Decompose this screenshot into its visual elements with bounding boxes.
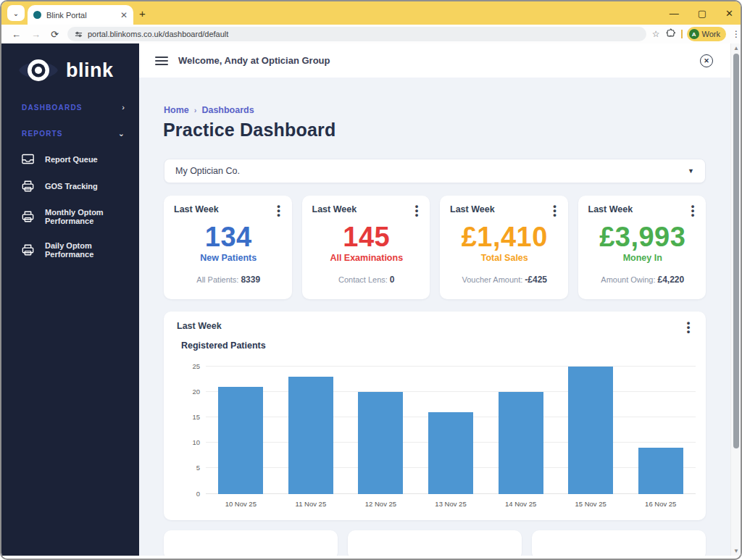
registered-patients-chart-card: Last Week ••• Registered Patients 051015… — [164, 312, 706, 520]
chart-bar[interactable] — [288, 377, 333, 494]
tab-favicon — [33, 11, 41, 19]
printer-icon — [22, 244, 34, 256]
page-scrollbar[interactable]: ▲ ▼ — [730, 43, 741, 556]
sidebar-section-dashboards[interactable]: DASHBOARDS › — [1, 103, 139, 112]
sidebar-item-label: Daily Optom Performance — [45, 241, 139, 259]
breadcrumb-home-link[interactable]: Home — [164, 105, 189, 115]
scroll-up-icon[interactable]: ▲ — [731, 45, 741, 51]
chart-x-tick: 15 Nov 25 — [556, 500, 626, 508]
kebab-menu-icon[interactable]: ••• — [684, 321, 693, 334]
practice-select-value: My Optician Co. — [175, 166, 688, 176]
chart-y-tick: 20 — [192, 387, 200, 395]
sidebar-item-daily-optom-performance[interactable]: Daily Optom Performance — [1, 235, 139, 265]
kebab-menu-icon[interactable]: ••• — [412, 204, 421, 217]
window-close-button[interactable]: ✕ — [725, 9, 733, 18]
back-button[interactable]: ← — [12, 29, 21, 40]
sidebar-item-report-queue[interactable]: Report Queue — [1, 147, 139, 171]
chart-bar[interactable] — [358, 392, 403, 494]
partial-card — [164, 530, 338, 556]
browser-tab[interactable]: Blink Portal ✕ — [28, 5, 133, 25]
stat-footer: Contact Lens:0 — [312, 275, 422, 285]
sidebar-item-monthly-optom-performance[interactable]: Monthly Optom Performance — [1, 201, 139, 232]
sidebar-item-gos-tracking[interactable]: GOS Tracking — [1, 174, 139, 198]
forward-button[interactable]: → — [31, 29, 41, 40]
hamburger-menu-icon[interactable] — [155, 57, 168, 65]
tab-title: Blink Portal — [46, 11, 115, 20]
stat-card-total-sales: Last Week ••• £1,410 Total Sales Voucher… — [440, 196, 568, 299]
sidebar-section-reports[interactable]: REPORTS ⌄ — [1, 129, 139, 138]
kebab-menu-icon[interactable]: ••• — [275, 204, 283, 217]
reload-button[interactable]: ⟳ — [51, 29, 59, 40]
inbox-icon — [22, 154, 34, 164]
practice-select[interactable]: My Optician Co. ▼ — [164, 159, 706, 183]
breadcrumb: Home › Dashboards — [164, 105, 730, 115]
bar-chart-plot: 0510152025 — [206, 367, 696, 494]
chart-y-tick: 0 — [196, 489, 200, 497]
stat-label: Total Sales — [450, 253, 559, 263]
chart-bar[interactable] — [499, 392, 543, 494]
stat-period: Last Week — [174, 204, 219, 214]
tab-close-icon[interactable]: ✕ — [120, 10, 128, 20]
address-bar[interactable]: portal.blinkoms.co.uk/dashboard/default — [67, 27, 646, 41]
tab-search-button[interactable]: ⌄ — [7, 5, 25, 21]
stat-value: £1,410 — [450, 222, 559, 253]
page-title: Practice Dashboard — [163, 120, 730, 141]
chart-x-tick: 14 Nov 25 — [485, 500, 556, 508]
stat-card-money-in: Last Week ••• £3,993 Money In Amount Owi… — [578, 196, 706, 299]
bookmark-star-icon[interactable]: ☆ — [652, 29, 660, 39]
stat-period: Last Week — [588, 204, 633, 214]
chart-x-tick: 10 Nov 25 — [206, 500, 276, 508]
sidebar: blink DASHBOARDS › REPORTS ⌄ Report Queu… — [1, 43, 139, 556]
window-maximize-button[interactable]: ▢ — [698, 9, 706, 18]
caret-down-icon: ▼ — [688, 167, 694, 175]
stat-value: £3,993 — [588, 222, 698, 253]
profile-avatar: A — [689, 29, 699, 39]
breadcrumb-current-link[interactable]: Dashboards — [201, 105, 254, 115]
sidebar-item-label: GOS Tracking — [45, 182, 98, 191]
app-header: Welcome, Andy at Optician Group ✕ — [139, 43, 730, 78]
extensions-icon[interactable] — [666, 28, 675, 41]
printer-icon — [22, 211, 34, 222]
scroll-down-icon[interactable]: ▼ — [731, 548, 741, 554]
stat-footer: Voucher Amount:-£425 — [450, 275, 559, 285]
stat-footer: All Patients:8339 — [174, 275, 283, 285]
chevron-right-icon: › — [122, 103, 125, 112]
kebab-menu-icon[interactable]: ••• — [551, 204, 559, 217]
chart-bar[interactable] — [568, 367, 613, 494]
sidebar-item-label: Monthly Optom Performance — [45, 208, 139, 225]
browser-menu-icon[interactable]: ⋮ — [732, 29, 741, 39]
sidebar-item-label: Report Queue — [45, 155, 98, 164]
chart-bar[interactable] — [428, 412, 473, 494]
scrollbar-thumb[interactable] — [733, 54, 739, 448]
browser-window: ⌄ Blink Portal ✕ + — ▢ ✕ ← → ⟳ portal.bl… — [0, 0, 742, 560]
site-info-icon[interactable] — [75, 30, 83, 38]
chart-y-tick: 15 — [192, 412, 200, 420]
blink-eye-icon — [17, 55, 59, 85]
chart-title: Registered Patients — [181, 340, 693, 351]
chart-x-tick: 13 Nov 25 — [416, 500, 486, 508]
kebab-menu-icon[interactable]: ••• — [688, 204, 697, 217]
chart-period: Last Week — [177, 321, 222, 334]
stat-card-all-examinations: Last Week ••• 145 All Examinations Conta… — [302, 196, 430, 299]
next-card-row — [164, 530, 706, 556]
partial-card — [532, 530, 706, 556]
blink-logo[interactable]: blink — [1, 43, 139, 85]
app-root: blink DASHBOARDS › REPORTS ⌄ Report Queu… — [1, 43, 741, 556]
new-tab-button[interactable]: + — [139, 7, 146, 20]
stat-footer: Amount Owing:£4,220 — [588, 275, 698, 285]
stat-label: All Examinations — [312, 253, 422, 263]
chart-x-tick: 16 Nov 25 — [625, 500, 696, 508]
logout-icon[interactable]: ✕ — [700, 54, 713, 67]
tab-strip: ⌄ Blink Portal ✕ + — ▢ ✕ — [1, 1, 741, 25]
main-content: Home › Dashboards Practice Dashboard My … — [139, 78, 730, 556]
window-minimize-button[interactable]: — — [670, 9, 679, 18]
logo-text: blink — [66, 59, 114, 82]
profile-chip[interactable]: A Work — [687, 27, 726, 41]
toolbar-divider — [681, 30, 683, 38]
stat-card-row: Last Week ••• 134 New Patients All Patie… — [164, 196, 706, 299]
breadcrumb-separator: › — [194, 106, 197, 114]
chart-bar[interactable] — [638, 448, 683, 493]
stat-label: Money In — [588, 253, 698, 263]
chart-bar[interactable] — [218, 387, 263, 494]
chart-x-axis-labels: 10 Nov 2511 Nov 2512 Nov 2513 Nov 2514 N… — [206, 500, 696, 508]
